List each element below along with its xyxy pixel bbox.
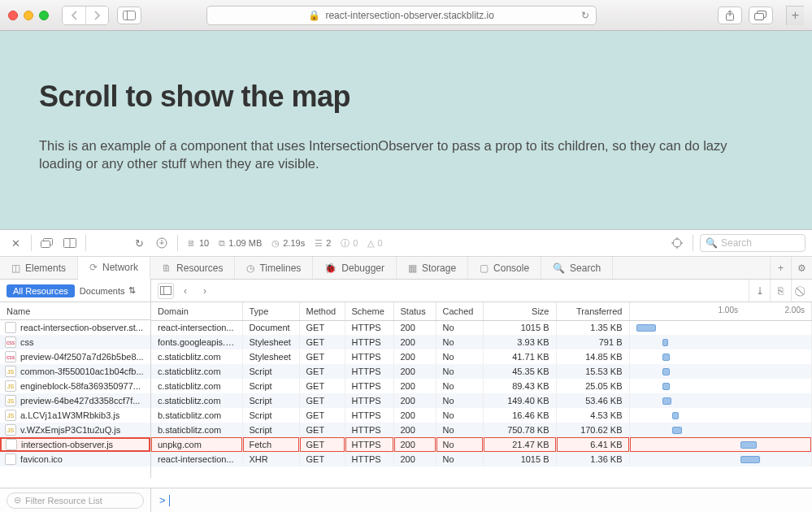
cell-status: 200 xyxy=(393,379,436,393)
network-row[interactable]: c.staticblitz.comStylesheetGETHTTPS200No… xyxy=(151,349,812,364)
network-row[interactable]: c.staticblitz.comScriptGETHTTPS200No149.… xyxy=(151,393,812,408)
resource-name-row[interactable]: react-intersection-observer.st... xyxy=(0,320,150,335)
zoom-window-icon[interactable] xyxy=(39,11,49,20)
resource-name-row[interactable]: csspreview-04f2507a7d26b5be8... xyxy=(0,349,150,364)
col-header-name[interactable]: Name xyxy=(0,302,150,320)
sidebar-button[interactable] xyxy=(117,7,141,24)
dock-bottom-button[interactable] xyxy=(61,234,79,252)
tab-timelines[interactable]: ◷Timelines xyxy=(235,257,313,279)
col-header-domain[interactable]: Domain xyxy=(151,302,242,320)
search-icon: 🔍 xyxy=(553,263,565,274)
resource-name-row[interactable]: JSa.LCVj1a1W3MRbkib3.js xyxy=(0,408,150,423)
elements-icon: ◫ xyxy=(11,263,20,274)
network-row[interactable]: b.staticblitz.comScriptGETHTTPS200No16.4… xyxy=(151,408,812,423)
tab-storage[interactable]: ▦Storage xyxy=(397,257,468,279)
minimize-window-icon[interactable] xyxy=(24,11,33,20)
col-header-waterfall[interactable]: 1.00s 2.00s xyxy=(629,302,812,320)
col-header-cached[interactable]: Cached xyxy=(436,302,483,320)
forward-button[interactable] xyxy=(85,7,108,24)
cell-status: 200 xyxy=(393,452,436,466)
filter-documents[interactable]: Documents⇅ xyxy=(80,285,136,296)
console-icon: ▢ xyxy=(480,263,489,274)
cell-size: 16.46 KB xyxy=(483,408,556,423)
cell-domain: c.staticblitz.com xyxy=(151,379,242,393)
console-prompt[interactable]: > xyxy=(151,488,812,512)
new-tab-button[interactable]: + xyxy=(786,6,804,25)
cell-scheme: HTTPS xyxy=(345,452,393,466)
network-row[interactable]: c.staticblitz.comScriptGETHTTPS200No45.3… xyxy=(151,364,812,379)
js-file-icon: JS xyxy=(5,424,16,436)
col-header-method[interactable]: Method xyxy=(299,302,345,320)
resource-name-row[interactable]: favicon.ico xyxy=(0,452,150,466)
cell-transferred: 1.36 KB xyxy=(556,452,629,466)
dock-side-button[interactable] xyxy=(38,234,56,252)
tab-network[interactable]: ⟳Network xyxy=(78,257,150,280)
resource-name-row[interactable]: JSv.WZxEmjsP3C1tu2uQ.js xyxy=(0,423,150,437)
cell-method: GET xyxy=(299,393,345,408)
tab-search[interactable]: 🔍Search xyxy=(541,257,613,279)
cell-waterfall xyxy=(629,349,812,364)
close-window-icon[interactable] xyxy=(8,11,18,20)
network-row[interactable]: b.staticblitz.comScriptGETHTTPS200No750.… xyxy=(151,423,812,437)
network-row[interactable]: c.staticblitz.comScriptGETHTTPS200No89.4… xyxy=(151,379,812,393)
cell-waterfall xyxy=(629,364,812,379)
back-button[interactable] xyxy=(63,7,85,24)
cell-cached: No xyxy=(436,379,483,393)
resource-name-row[interactable]: JScommon-3f550010ac1b04cfb... xyxy=(0,364,150,379)
devtools-toolbar: ✕ ↻ 🗎10 ⧉1.09 MB ◷2.19s ☰2 ⓘ0 △0 🔍 Searc… xyxy=(0,229,812,257)
toggle-sidebar-button[interactable] xyxy=(158,283,174,299)
network-row[interactable]: unpkg.comFetchGETHTTPS200No21.47 KB6.41 … xyxy=(151,437,812,452)
network-row[interactable]: fonts.googleapis.c...StylesheetGETHTTPS2… xyxy=(151,335,812,349)
settings-button[interactable]: ⚙ xyxy=(791,257,812,279)
address-bar[interactable]: 🔒 react-intersection-observer.stackblitz… xyxy=(206,6,597,25)
col-header-size[interactable]: Size xyxy=(483,302,556,320)
cell-transferred: 170.62 KB xyxy=(556,423,629,437)
cell-size: 1015 B xyxy=(483,452,556,466)
resource-name-row[interactable]: intersection-observer.js xyxy=(0,437,150,452)
toolbar-right xyxy=(718,7,773,24)
cell-size: 45.35 KB xyxy=(483,364,556,379)
network-row[interactable]: react-intersection...DocumentGETHTTPS200… xyxy=(151,320,812,335)
cell-cached: No xyxy=(436,393,483,408)
download-button[interactable] xyxy=(153,234,171,252)
tab-resources[interactable]: 🗎Resources xyxy=(150,257,235,279)
devtools-search[interactable]: 🔍 Search xyxy=(700,234,805,252)
network-row[interactable]: react-intersection...XHRGETHTTPS200No101… xyxy=(151,452,812,466)
devtools-tabbar: ◫Elements ⟳Network 🗎Resources ◷Timelines… xyxy=(0,257,812,280)
tab-elements[interactable]: ◫Elements xyxy=(0,257,78,279)
clear-button[interactable]: ⃠ xyxy=(791,280,812,302)
col-header-transferred[interactable]: Transferred xyxy=(556,302,629,320)
browser-toolbar: 🔒 react-intersection-observer.stackblitz… xyxy=(0,0,812,31)
cell-cached: No xyxy=(436,437,483,452)
reload-icon[interactable]: ↻ xyxy=(581,10,589,21)
col-header-status[interactable]: Status xyxy=(393,302,436,320)
col-header-scheme[interactable]: Scheme xyxy=(345,302,393,320)
tabs-button[interactable] xyxy=(749,7,773,24)
resource-name-row[interactable]: csscss xyxy=(0,335,150,349)
resource-name-row[interactable]: JSengineblock-58fa369350977... xyxy=(0,379,150,393)
prev-button[interactable]: ‹ xyxy=(177,283,193,299)
cell-status: 200 xyxy=(393,423,436,437)
filter-all-resources[interactable]: All Resources xyxy=(7,284,75,297)
filter-resource-input[interactable]: ⊝ Filter Resource List xyxy=(7,492,144,509)
tab-console[interactable]: ▢Console xyxy=(468,257,541,279)
element-picker-button[interactable] xyxy=(668,234,686,252)
cell-domain: fonts.googleapis.c... xyxy=(151,335,242,349)
reload-button[interactable]: ↻ xyxy=(130,234,148,252)
document-icon: 🗎 xyxy=(187,238,196,248)
cell-cached: No xyxy=(436,364,483,379)
export-button[interactable]: ⎘ xyxy=(770,280,791,302)
next-button[interactable]: › xyxy=(197,283,213,299)
cell-size: 89.43 KB xyxy=(483,379,556,393)
cell-scheme: HTTPS xyxy=(345,364,393,379)
resource-name-row[interactable]: JSpreview-64be427d3358ccf7f... xyxy=(0,393,150,408)
col-header-type[interactable]: Type xyxy=(242,302,299,320)
add-tab-button[interactable]: + xyxy=(770,257,791,279)
cell-cached: No xyxy=(436,335,483,349)
import-button[interactable]: ⤓ xyxy=(749,280,770,302)
tab-debugger[interactable]: 🐞Debugger xyxy=(313,257,397,279)
close-devtools-button[interactable]: ✕ xyxy=(7,234,24,252)
share-button[interactable] xyxy=(718,7,742,24)
file-icon xyxy=(5,453,16,465)
cell-domain: c.staticblitz.com xyxy=(151,364,242,379)
